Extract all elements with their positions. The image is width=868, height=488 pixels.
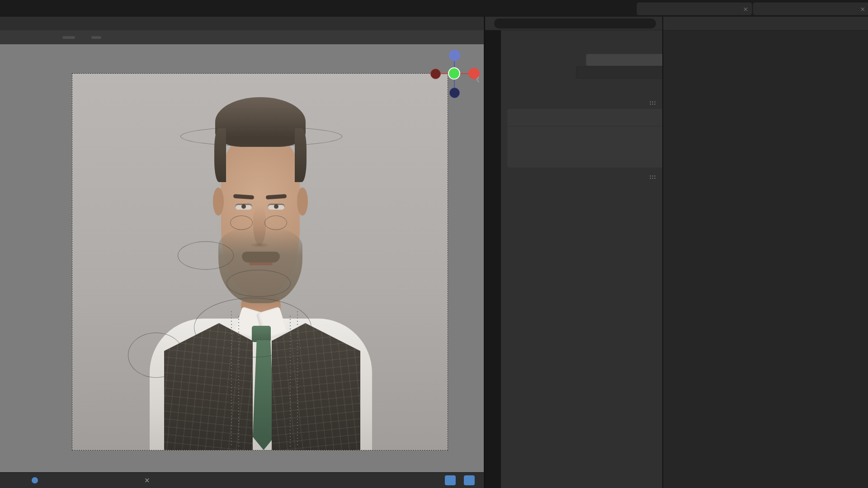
iris-left: [241, 204, 246, 209]
viewport-3d[interactable]: ❮: [0, 44, 484, 472]
navigation-gizmo[interactable]: [425, 44, 484, 103]
rig-circle-jaw[interactable]: [194, 298, 311, 357]
mustache: [242, 252, 280, 263]
gizmo-y-button[interactable]: [448, 67, 460, 80]
rig-circle-eye-l[interactable]: [230, 216, 253, 230]
rig-dotted-line: [238, 316, 239, 447]
rig-circle-shoulder[interactable]: [128, 333, 184, 378]
shader-header-right: [442, 475, 477, 485]
rig-circle-cheek[interactable]: [178, 241, 234, 270]
properties-tab-column: [485, 30, 501, 488]
viewlayer-selector[interactable]: ×: [753, 2, 868, 15]
overlays-button[interactable]: [464, 475, 475, 485]
properties-header: [485, 17, 662, 30]
orientation-select[interactable]: [586, 54, 674, 66]
viewport-header: [0, 17, 484, 31]
orientation-select[interactable]: [62, 36, 75, 39]
properties-search-input[interactable]: [494, 19, 656, 28]
close-icon[interactable]: ×: [743, 5, 748, 13]
iris-right: [274, 204, 278, 209]
gizmo-x-neg-button[interactable]: [430, 69, 441, 79]
unlink-icon[interactable]: ×: [144, 476, 150, 484]
tool-settings-bar: [0, 30, 484, 44]
shader-editor-header: ×: [0, 472, 484, 488]
drag-select[interactable]: [91, 36, 101, 39]
world-datablock[interactable]: ×: [85, 476, 158, 484]
close-icon[interactable]: ×: [860, 5, 865, 13]
ear-right: [297, 188, 308, 216]
topbar: × ×: [0, 0, 868, 17]
rig-dotted-line: [231, 311, 232, 447]
rig-dotted-line: [290, 316, 291, 447]
mode-dropdown[interactable]: [3, 22, 15, 25]
rig-dotted-line: [297, 311, 298, 447]
rig-circle-head[interactable]: [180, 127, 342, 146]
use-nodes-checkbox[interactable]: [32, 477, 41, 483]
blender-window: × ×: [0, 0, 868, 488]
outliner-header: [663, 17, 868, 31]
grip-handle[interactable]: [649, 101, 656, 105]
rig-circle-eye-r[interactable]: [264, 216, 287, 230]
drag-select[interactable]: [576, 66, 674, 79]
gizmo-z-button[interactable]: [449, 50, 460, 61]
snap-magnet-button[interactable]: [445, 475, 456, 485]
properties-editor: [484, 17, 662, 488]
gizmo-z-neg-button[interactable]: [449, 88, 460, 98]
options-subpanel: [507, 109, 663, 168]
outliner: [662, 17, 868, 488]
rig-circle-mouth[interactable]: [226, 270, 291, 297]
grip-handle[interactable]: [649, 175, 656, 179]
sidebar-collapse-arrow[interactable]: ❮: [476, 76, 480, 82]
scene-selector[interactable]: ×: [637, 2, 752, 15]
camera-render-border: [72, 73, 448, 450]
checkbox-checked-icon: [32, 477, 38, 483]
ear-left: [213, 188, 224, 216]
mouth: [249, 263, 273, 265]
properties-body: [501, 30, 663, 488]
